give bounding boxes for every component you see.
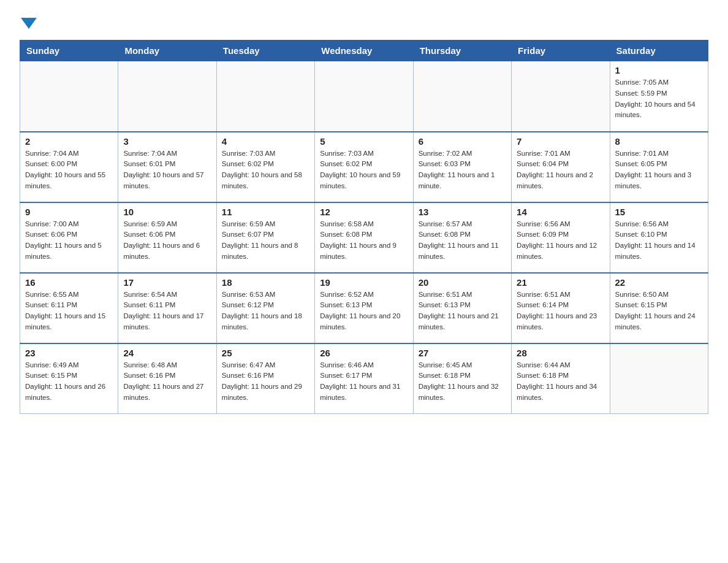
weekday-header-tuesday: Tuesday bbox=[216, 40, 314, 61]
day-number: 2 bbox=[25, 136, 113, 147]
day-info: Sunrise: 7:01 AMSunset: 6:05 PMDaylight:… bbox=[615, 148, 703, 192]
calendar-cell: 6Sunrise: 7:02 AMSunset: 6:03 PMDaylight… bbox=[413, 132, 511, 202]
weekday-header-row: SundayMondayTuesdayWednesdayThursdayFrid… bbox=[20, 40, 708, 61]
day-info: Sunrise: 6:51 AMSunset: 6:14 PMDaylight:… bbox=[517, 289, 604, 333]
calendar-cell: 27Sunrise: 6:45 AMSunset: 6:18 PMDayligh… bbox=[413, 343, 511, 414]
day-info: Sunrise: 7:01 AMSunset: 6:04 PMDaylight:… bbox=[517, 148, 604, 192]
day-number: 7 bbox=[517, 136, 604, 147]
week-row-3: 9Sunrise: 7:00 AMSunset: 6:06 PMDaylight… bbox=[20, 202, 708, 273]
day-number: 26 bbox=[320, 348, 408, 358]
day-info: Sunrise: 7:04 AMSunset: 6:00 PMDaylight:… bbox=[25, 148, 113, 192]
day-info: Sunrise: 6:56 AMSunset: 6:09 PMDaylight:… bbox=[517, 219, 604, 262]
day-number: 21 bbox=[517, 277, 604, 288]
day-number: 14 bbox=[517, 207, 604, 217]
calendar-cell: 26Sunrise: 6:46 AMSunset: 6:17 PMDayligh… bbox=[315, 343, 413, 414]
day-number: 22 bbox=[615, 277, 703, 288]
calendar-cell: 20Sunrise: 6:51 AMSunset: 6:13 PMDayligh… bbox=[413, 273, 511, 343]
day-number: 8 bbox=[615, 136, 703, 147]
weekday-header-sunday: Sunday bbox=[20, 40, 118, 61]
day-info: Sunrise: 6:59 AMSunset: 6:06 PMDaylight:… bbox=[123, 219, 211, 262]
day-info: Sunrise: 6:49 AMSunset: 6:15 PMDaylight:… bbox=[25, 360, 113, 404]
page-header bbox=[20, 15, 708, 29]
day-number: 16 bbox=[25, 277, 113, 288]
calendar-cell: 3Sunrise: 7:04 AMSunset: 6:01 PMDaylight… bbox=[118, 132, 216, 202]
calendar-cell bbox=[413, 61, 511, 132]
day-info: Sunrise: 6:55 AMSunset: 6:11 PMDaylight:… bbox=[25, 289, 113, 333]
day-info: Sunrise: 6:44 AMSunset: 6:18 PMDaylight:… bbox=[517, 360, 604, 404]
day-number: 27 bbox=[419, 348, 506, 358]
calendar-cell: 22Sunrise: 6:50 AMSunset: 6:15 PMDayligh… bbox=[610, 273, 708, 343]
calendar-cell: 18Sunrise: 6:53 AMSunset: 6:12 PMDayligh… bbox=[216, 273, 314, 343]
day-number: 5 bbox=[320, 136, 408, 147]
calendar-cell: 13Sunrise: 6:57 AMSunset: 6:08 PMDayligh… bbox=[413, 202, 511, 273]
week-row-2: 2Sunrise: 7:04 AMSunset: 6:00 PMDaylight… bbox=[20, 132, 708, 202]
logo bbox=[20, 15, 37, 29]
weekday-header-saturday: Saturday bbox=[610, 40, 708, 61]
day-info: Sunrise: 7:04 AMSunset: 6:01 PMDaylight:… bbox=[123, 148, 211, 192]
day-number: 28 bbox=[517, 348, 604, 358]
calendar-cell: 14Sunrise: 6:56 AMSunset: 6:09 PMDayligh… bbox=[512, 202, 610, 273]
day-info: Sunrise: 6:59 AMSunset: 6:07 PMDaylight:… bbox=[222, 219, 309, 262]
calendar-cell: 12Sunrise: 6:58 AMSunset: 6:08 PMDayligh… bbox=[315, 202, 413, 273]
calendar-cell: 7Sunrise: 7:01 AMSunset: 6:04 PMDaylight… bbox=[512, 132, 610, 202]
weekday-header-thursday: Thursday bbox=[413, 40, 511, 61]
day-number: 6 bbox=[419, 136, 506, 147]
day-info: Sunrise: 7:03 AMSunset: 6:02 PMDaylight:… bbox=[222, 148, 309, 192]
day-number: 17 bbox=[123, 277, 211, 288]
day-number: 3 bbox=[123, 136, 211, 147]
week-row-4: 16Sunrise: 6:55 AMSunset: 6:11 PMDayligh… bbox=[20, 273, 708, 343]
day-number: 15 bbox=[615, 207, 703, 217]
day-info: Sunrise: 6:50 AMSunset: 6:15 PMDaylight:… bbox=[615, 289, 703, 333]
weekday-header-monday: Monday bbox=[118, 40, 216, 61]
calendar-cell bbox=[20, 61, 118, 132]
calendar-table: SundayMondayTuesdayWednesdayThursdayFrid… bbox=[20, 40, 708, 414]
calendar-cell bbox=[216, 61, 314, 132]
day-info: Sunrise: 6:52 AMSunset: 6:13 PMDaylight:… bbox=[320, 289, 408, 333]
calendar-cell: 11Sunrise: 6:59 AMSunset: 6:07 PMDayligh… bbox=[216, 202, 314, 273]
day-number: 10 bbox=[123, 207, 211, 217]
day-info: Sunrise: 6:53 AMSunset: 6:12 PMDaylight:… bbox=[222, 289, 309, 333]
calendar-cell: 1Sunrise: 7:05 AMSunset: 5:59 PMDaylight… bbox=[610, 61, 708, 132]
calendar-cell: 25Sunrise: 6:47 AMSunset: 6:16 PMDayligh… bbox=[216, 343, 314, 414]
day-info: Sunrise: 7:02 AMSunset: 6:03 PMDaylight:… bbox=[419, 148, 506, 192]
calendar-cell: 17Sunrise: 6:54 AMSunset: 6:11 PMDayligh… bbox=[118, 273, 216, 343]
day-info: Sunrise: 7:00 AMSunset: 6:06 PMDaylight:… bbox=[25, 219, 113, 262]
day-number: 23 bbox=[25, 348, 113, 358]
day-number: 13 bbox=[419, 207, 506, 217]
calendar-cell: 21Sunrise: 6:51 AMSunset: 6:14 PMDayligh… bbox=[512, 273, 610, 343]
day-number: 12 bbox=[320, 207, 408, 217]
day-info: Sunrise: 7:03 AMSunset: 6:02 PMDaylight:… bbox=[320, 148, 408, 192]
calendar-cell bbox=[512, 61, 610, 132]
weekday-header-wednesday: Wednesday bbox=[315, 40, 413, 61]
calendar-cell bbox=[118, 61, 216, 132]
day-info: Sunrise: 6:48 AMSunset: 6:16 PMDaylight:… bbox=[123, 360, 211, 404]
week-row-5: 23Sunrise: 6:49 AMSunset: 6:15 PMDayligh… bbox=[20, 343, 708, 414]
day-number: 4 bbox=[222, 136, 309, 147]
calendar-cell: 16Sunrise: 6:55 AMSunset: 6:11 PMDayligh… bbox=[20, 273, 118, 343]
calendar-cell: 8Sunrise: 7:01 AMSunset: 6:05 PMDaylight… bbox=[610, 132, 708, 202]
calendar-cell: 24Sunrise: 6:48 AMSunset: 6:16 PMDayligh… bbox=[118, 343, 216, 414]
day-number: 11 bbox=[222, 207, 309, 217]
day-info: Sunrise: 6:56 AMSunset: 6:10 PMDaylight:… bbox=[615, 219, 703, 262]
day-number: 19 bbox=[320, 277, 408, 288]
calendar-cell bbox=[315, 61, 413, 132]
day-info: Sunrise: 6:51 AMSunset: 6:13 PMDaylight:… bbox=[419, 289, 506, 333]
calendar-cell: 10Sunrise: 6:59 AMSunset: 6:06 PMDayligh… bbox=[118, 202, 216, 273]
calendar-cell: 28Sunrise: 6:44 AMSunset: 6:18 PMDayligh… bbox=[512, 343, 610, 414]
day-number: 1 bbox=[615, 65, 703, 75]
day-info: Sunrise: 7:05 AMSunset: 5:59 PMDaylight:… bbox=[615, 77, 703, 121]
day-number: 25 bbox=[222, 348, 309, 358]
day-number: 20 bbox=[419, 277, 506, 288]
day-number: 9 bbox=[25, 207, 113, 217]
day-info: Sunrise: 6:45 AMSunset: 6:18 PMDaylight:… bbox=[419, 360, 506, 404]
week-row-1: 1Sunrise: 7:05 AMSunset: 5:59 PMDaylight… bbox=[20, 61, 708, 132]
calendar-cell: 9Sunrise: 7:00 AMSunset: 6:06 PMDaylight… bbox=[20, 202, 118, 273]
calendar-cell: 19Sunrise: 6:52 AMSunset: 6:13 PMDayligh… bbox=[315, 273, 413, 343]
calendar-cell: 2Sunrise: 7:04 AMSunset: 6:00 PMDaylight… bbox=[20, 132, 118, 202]
calendar-cell: 4Sunrise: 7:03 AMSunset: 6:02 PMDaylight… bbox=[216, 132, 314, 202]
day-info: Sunrise: 6:54 AMSunset: 6:11 PMDaylight:… bbox=[123, 289, 211, 333]
logo-arrow-icon bbox=[21, 18, 37, 29]
calendar-cell: 15Sunrise: 6:56 AMSunset: 6:10 PMDayligh… bbox=[610, 202, 708, 273]
calendar-cell: 23Sunrise: 6:49 AMSunset: 6:15 PMDayligh… bbox=[20, 343, 118, 414]
day-info: Sunrise: 6:47 AMSunset: 6:16 PMDaylight:… bbox=[222, 360, 309, 404]
